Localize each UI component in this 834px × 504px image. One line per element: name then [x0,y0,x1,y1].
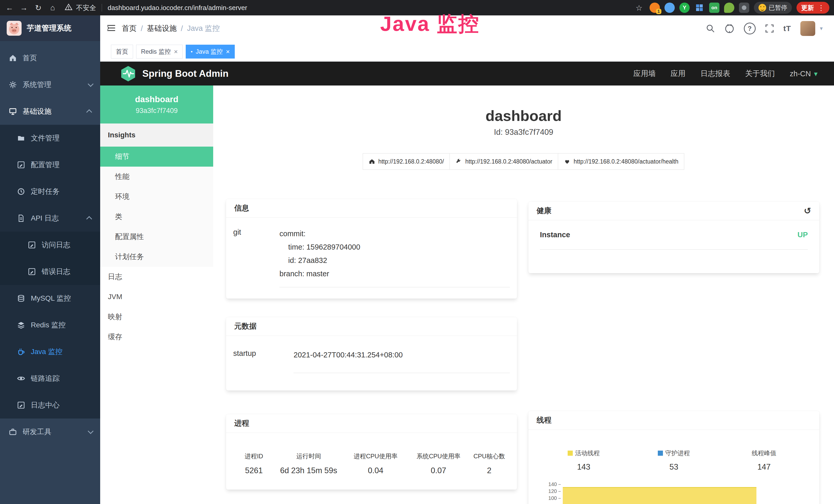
process-card: 进程 进程ID5261 运行时间6d 23h 15m 59s 进程CPU使用率0… [226,414,517,489]
annotation-text: Java 监控 [380,10,480,38]
sidebar-item-label: 链路追踪 [31,373,60,383]
menu-item-mappings[interactable]: 映射 [100,307,213,327]
breadcrumb-separator: / [141,24,143,33]
info-value: commit: time: 1596289704000 id: 27aa832 … [280,227,510,287]
tag-close-icon[interactable]: × [226,48,229,55]
sba-nav-about[interactable]: 关于我们 [745,69,775,79]
sidebar-menu: 首页 系统管理 基础设施 文件管理 配置管理 定时任务 [0,41,100,445]
ext-badge: 1 [656,9,661,14]
history-icon[interactable]: ↺ [804,206,811,216]
address-bar[interactable]: 不安全 dashboard.yudao.iocoder.cn/infra/adm… [62,3,629,13]
menu-item-performance[interactable]: 性能 [100,167,213,187]
process-value: 0.07 [409,466,468,475]
menu-item-details[interactable]: 细节 [100,146,213,167]
hamburger-icon[interactable] [107,24,115,33]
sidebar-item-dev-tools[interactable]: 研发工具 [0,418,100,445]
menu-item-logs[interactable]: 日志 [100,267,213,287]
sidebar-item-mysql-monitor[interactable]: MySQL 监控 [0,285,100,312]
profile-paused-chip[interactable]: 已暂停 [754,2,792,14]
fullscreen-icon[interactable] [765,24,774,33]
breadcrumb-home[interactable]: 首页 [122,23,137,33]
font-size-icon[interactable]: tT [784,24,791,33]
ext-orange-icon[interactable]: 1 [650,3,660,13]
sidebar-item-java-monitor[interactable]: Java 监控 [0,338,100,365]
url-text[interactable]: dashboard.yudao.iocoder.cn/infra/admin-s… [108,4,247,12]
instance-header[interactable]: dashboard 93a3fc7f7409 [100,86,213,123]
actuator-url-link[interactable]: http://192.168.0.2:48080/actuator [449,153,558,170]
active-dot-icon: ● [191,50,193,53]
forward-icon[interactable]: → [18,2,30,14]
menu-item-scheduled-tasks[interactable]: 计划任务 [100,247,213,267]
breadcrumb-infra[interactable]: 基础设施 [147,23,177,33]
instance-id-line: Id: 93a3fc7f7409 [213,128,834,137]
menu-item-classes[interactable]: 类 [100,207,213,227]
menu-item-label: 日志 [108,272,122,282]
menu-item-label: 环境 [115,192,129,202]
tag-redis-monitor[interactable]: Redis 监控 × [136,45,183,59]
help-icon[interactable]: ? [744,23,756,35]
github-icon[interactable] [724,23,734,33]
metadata-card-title: 元数据 [234,321,257,331]
user-avatar[interactable] [800,21,815,36]
ext-drop-icon[interactable] [664,3,675,13]
sidebar-item-system-mgmt[interactable]: 系统管理 [0,71,100,98]
sidebar-item-log-center[interactable]: 日志中心 [0,392,100,418]
sba-nav-wallboard[interactable]: 应用墙 [633,69,656,79]
sidebar-item-file-mgmt[interactable]: 文件管理 [0,125,100,152]
service-url-link[interactable]: http://192.168.0.2:48080/ [363,153,450,170]
update-button[interactable]: 更新 ⋮ [796,2,829,14]
info-card-title: 信息 [234,203,249,213]
legend-live-threads[interactable]: 活动线程 143 [539,449,629,472]
tag-java-monitor[interactable]: ● Java 监控 × [186,45,235,59]
menu-item-caches[interactable]: 缓存 [100,327,213,347]
app-logo[interactable]: 芋道管理系统 [0,16,100,41]
ext-on-icon[interactable]: on [709,3,720,13]
instance-links: http://192.168.0.2:48080/ http://192.168… [213,153,834,170]
menu-item-environment[interactable]: 环境 [100,187,213,207]
sba-brand[interactable]: Spring Boot Admin [100,66,228,82]
menu-item-jvm[interactable]: JVM [100,287,213,307]
browser-menu-icon[interactable]: ⋮ [817,4,825,12]
bookmark-star-icon[interactable]: ☆ [633,2,645,14]
sba-nav-journal[interactable]: 日志报表 [700,69,730,79]
health-instance-label[interactable]: Instance [540,231,570,239]
ext-green-y-icon[interactable]: Y [679,3,690,13]
sba-nav-applications[interactable]: 应用 [671,69,685,79]
locale-select[interactable]: zh-CN ▾ [790,70,817,78]
ext-leaf-icon[interactable] [724,3,734,13]
gear-icon [9,81,17,89]
tag-label: 首页 [116,47,128,56]
sidebar-item-config-mgmt[interactable]: 配置管理 [0,152,100,178]
sidebar-item-redis-monitor[interactable]: Redis 监控 [0,312,100,338]
legend-daemon-threads[interactable]: 守护进程 53 [629,449,719,472]
document-icon [17,214,25,222]
sidebar-item-access-log[interactable]: 访问日志 [0,232,100,258]
search-icon[interactable] [706,24,715,33]
tick-mark [558,484,561,485]
legend-value: 53 [629,462,719,472]
menu-item-label: 缓存 [108,332,122,342]
sidebar-item-api-log[interactable]: API 日志 [0,205,100,232]
sidebar-item-infrastructure[interactable]: 基础设施 [0,98,100,125]
tick-mark [558,491,561,492]
avatar-caret-icon[interactable]: ▾ [820,25,823,32]
tick-mark [558,498,561,499]
ext-dark-icon[interactable] [739,3,749,13]
app-title: 芋道管理系统 [27,23,71,33]
menu-item-config-props[interactable]: 配置属性 [100,227,213,247]
home-nav-icon[interactable]: ⌂ [47,2,59,14]
tag-home[interactable]: 首页 [111,45,133,59]
health-url-link[interactable]: http://192.168.0.2:48080/actuator/health [558,153,684,170]
sidebar-item-home[interactable]: 首页 [0,45,100,71]
back-icon[interactable]: ← [4,2,16,14]
menu-item-label: 映射 [108,312,122,322]
tag-label: Redis 监控 [141,47,171,56]
tag-close-icon[interactable]: × [174,48,178,55]
y-tick-label: 100 [548,495,557,501]
sidebar-item-trace[interactable]: 链路追踪 [0,365,100,392]
sidebar-item-error-log[interactable]: 错误日志 [0,258,100,285]
security-label[interactable]: 不安全 [76,3,96,12]
reload-icon[interactable]: ↻ [32,2,44,14]
ext-grid-icon[interactable] [694,3,705,13]
sidebar-item-scheduled-jobs[interactable]: 定时任务 [0,178,100,205]
